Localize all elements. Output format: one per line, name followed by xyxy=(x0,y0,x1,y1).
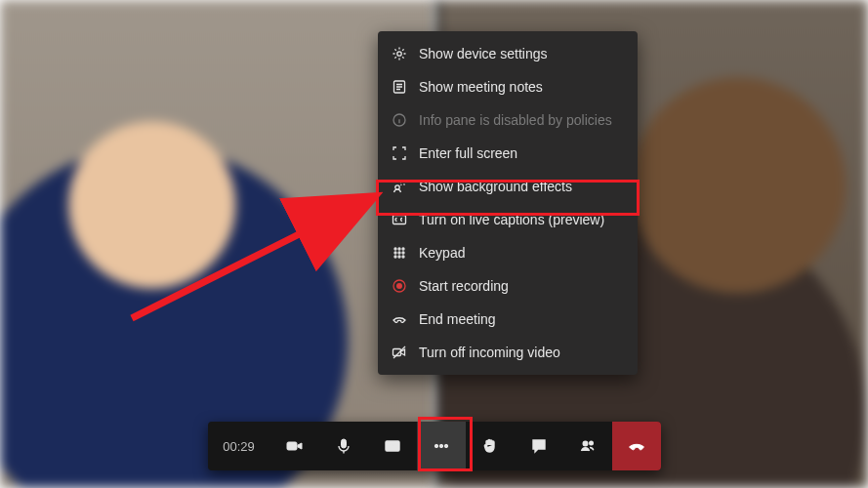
menu-item-live-captions[interactable]: Turn on live captions (preview) xyxy=(378,203,638,236)
menu-item-device-settings[interactable]: Show device settings xyxy=(378,37,638,70)
svg-point-24 xyxy=(583,441,588,446)
svg-point-12 xyxy=(398,256,400,258)
notes-icon xyxy=(392,79,407,95)
menu-item-label: Show device settings xyxy=(419,47,548,61)
keypad-icon xyxy=(392,245,407,261)
meeting-toolbar: 00:29 xyxy=(208,422,661,470)
svg-point-0 xyxy=(397,52,401,56)
svg-point-6 xyxy=(398,248,400,250)
svg-point-7 xyxy=(402,248,404,250)
menu-item-label: Turn off incoming video xyxy=(419,346,560,359)
svg-point-21 xyxy=(434,444,437,447)
svg-point-15 xyxy=(396,283,402,289)
svg-point-5 xyxy=(394,248,396,250)
fullscreen-icon xyxy=(392,145,407,161)
svg-point-22 xyxy=(439,444,442,447)
svg-point-10 xyxy=(402,252,404,254)
menu-item-label: End meeting xyxy=(419,312,496,326)
share-button[interactable] xyxy=(368,422,417,470)
camera-button[interactable] xyxy=(270,422,319,470)
menu-item-turn-off-incoming-video[interactable]: Turn off incoming video xyxy=(378,336,638,369)
raise-hand-button[interactable] xyxy=(466,422,515,470)
menu-item-label: Keypad xyxy=(419,246,465,260)
svg-point-9 xyxy=(398,252,400,254)
video-off-icon xyxy=(392,345,407,360)
participant-video-left xyxy=(0,0,434,488)
menu-item-start-recording[interactable]: Start recording xyxy=(378,269,638,303)
background-effects-icon xyxy=(392,179,407,194)
svg-rect-18 xyxy=(287,442,297,450)
more-actions-button[interactable] xyxy=(417,422,466,470)
svg-point-13 xyxy=(402,256,404,258)
svg-point-3 xyxy=(395,185,399,189)
hangup-icon xyxy=(392,311,407,327)
participants-button[interactable] xyxy=(563,422,612,470)
menu-item-background-effects[interactable]: Show background effects xyxy=(378,170,638,203)
menu-item-label: Start recording xyxy=(419,279,509,293)
svg-point-8 xyxy=(394,252,396,254)
more-actions-menu: Show device settings Show meeting notes … xyxy=(378,31,638,375)
menu-item-fullscreen[interactable]: Enter full screen xyxy=(378,137,638,170)
svg-rect-19 xyxy=(341,439,346,448)
mic-button[interactable] xyxy=(319,422,368,470)
menu-item-label: Show meeting notes xyxy=(419,80,543,94)
menu-item-end-meeting[interactable]: End meeting xyxy=(378,303,638,336)
svg-point-25 xyxy=(589,441,593,445)
record-icon xyxy=(392,278,407,294)
hangup-button[interactable] xyxy=(612,422,661,470)
gear-icon xyxy=(392,46,407,61)
svg-point-11 xyxy=(394,256,396,258)
menu-item-keypad[interactable]: Keypad xyxy=(378,236,638,269)
menu-item-info-pane: Info pane is disabled by policies xyxy=(378,103,638,137)
menu-item-label: Enter full screen xyxy=(419,146,517,160)
menu-item-label: Turn on live captions (preview) xyxy=(419,213,604,226)
menu-item-label: Info pane is disabled by policies xyxy=(419,113,612,127)
chat-button[interactable] xyxy=(515,422,563,470)
menu-item-meeting-notes[interactable]: Show meeting notes xyxy=(378,70,638,103)
captions-icon xyxy=(392,212,407,227)
call-timer: 00:29 xyxy=(208,422,270,470)
svg-point-23 xyxy=(444,444,447,447)
info-icon xyxy=(392,112,407,128)
menu-item-label: Show background effects xyxy=(419,180,572,193)
